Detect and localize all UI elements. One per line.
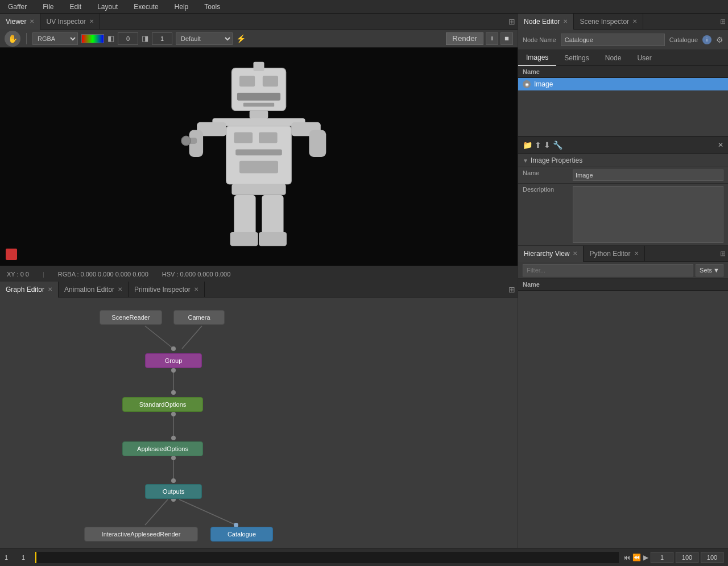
timeline-start-frame: 1 xyxy=(0,554,17,561)
svg-rect-5 xyxy=(243,102,274,106)
node-editor-header: Node Editor ✕ Scene Inspector ✕ ⊞ xyxy=(518,14,728,30)
main-area: Viewer ✕ UV Inspector ✕ ⊞ ✋ RGBA ◧ xyxy=(0,14,728,548)
hierarchy-col-header: Name xyxy=(518,279,728,291)
exposure-input[interactable] xyxy=(118,32,138,45)
timeline-bar[interactable] xyxy=(34,552,619,563)
render-button[interactable]: Render xyxy=(446,32,483,45)
timeline-frame-input[interactable] xyxy=(651,552,673,563)
lightning-icon: ⚡ xyxy=(236,34,246,43)
red-indicator xyxy=(6,249,17,260)
tab-node-editor[interactable]: Node Editor ✕ xyxy=(518,14,574,30)
uv-inspector-tab-close[interactable]: ✕ xyxy=(89,18,94,24)
graph-canvas[interactable]: SceneReader Camera Group StandardOptions… xyxy=(0,298,518,548)
graph-editor-tab-close[interactable]: ✕ xyxy=(48,286,52,292)
timeline-ticks-svg xyxy=(34,552,619,563)
render-pause-btn[interactable]: ⏸ xyxy=(486,32,498,45)
viewer-tab-close[interactable]: ✕ xyxy=(30,18,34,24)
hand-tool-icon[interactable]: ✋ xyxy=(5,31,20,47)
timeline-play-forward-btn[interactable]: ▶ xyxy=(643,553,648,561)
props-tool-1[interactable]: 📁 xyxy=(523,141,532,150)
props-description-label: Description xyxy=(523,186,568,193)
menu-execute[interactable]: Execute xyxy=(130,2,162,12)
menu-tools[interactable]: Tools xyxy=(201,2,224,12)
timeline-total-frames-input[interactable] xyxy=(701,552,723,563)
props-description-input[interactable] xyxy=(573,186,723,243)
node-gear-icon[interactable]: ⚙ xyxy=(716,35,723,44)
image-list-item-icon: ◉ xyxy=(523,80,531,88)
graph-editor-grid-icon[interactable]: ⊞ xyxy=(508,285,515,294)
viewer-tab-bar-end: ⊞ xyxy=(508,17,518,26)
channel-select[interactable]: RGBA xyxy=(32,32,78,45)
node-editor-tab-close[interactable]: ✕ xyxy=(563,18,568,24)
props-tool-4[interactable]: 🔧 xyxy=(553,141,562,150)
svg-rect-7 xyxy=(212,118,305,126)
image-list-item-0[interactable]: ◉ Image xyxy=(518,78,728,90)
svg-point-34 xyxy=(171,412,176,416)
tab-graph-editor[interactable]: Graph Editor ✕ xyxy=(0,282,59,298)
properties-close-btn[interactable]: ✕ xyxy=(718,141,723,149)
primitive-inspector-tab-close[interactable]: ✕ xyxy=(194,286,198,292)
tab-viewer[interactable]: Viewer ✕ xyxy=(0,14,40,30)
hierarchy-tab-close[interactable]: ✕ xyxy=(573,250,577,257)
node-camera[interactable]: Camera xyxy=(173,310,225,325)
gamma-input[interactable] xyxy=(152,32,172,45)
svg-point-35 xyxy=(171,436,176,440)
svg-point-36 xyxy=(171,456,176,460)
properties-toolbar: 📁 ⬆ ⬇ 🔧 ✕ xyxy=(518,136,728,154)
sets-dropdown-arrow: ▼ xyxy=(713,267,719,274)
node-catalogue[interactable]: Catalogue xyxy=(210,527,273,542)
timeline-end-frame-input[interactable] xyxy=(676,552,698,563)
timeline-skip-back-btn[interactable]: ⏮ xyxy=(623,553,630,561)
node-name-input[interactable] xyxy=(561,34,665,46)
viewer-grid-icon[interactable]: ⊞ xyxy=(508,17,515,26)
props-name-input[interactable] xyxy=(573,170,723,181)
tab-primitive-inspector[interactable]: Primitive Inspector ✕ xyxy=(129,282,205,298)
menu-bar: Gaffer File Edit Layout Execute Help Too… xyxy=(0,0,728,14)
tab-images[interactable]: Images xyxy=(518,50,556,66)
menu-help[interactable]: Help xyxy=(171,2,192,12)
svg-rect-12 xyxy=(239,160,278,173)
render-stop-btn[interactable]: ⏹ xyxy=(500,32,513,45)
tab-python-editor[interactable]: Python Editor ✕ xyxy=(584,246,644,262)
tab-uv-inspector[interactable]: UV Inspector ✕ xyxy=(40,14,100,30)
tab-node[interactable]: Node xyxy=(597,50,630,66)
node-editor-layout-icon[interactable]: ⊞ xyxy=(720,18,726,26)
tab-scene-inspector[interactable]: Scene Inspector ✕ xyxy=(574,14,643,30)
animation-editor-tab-close[interactable]: ✕ xyxy=(118,286,122,292)
image-properties-header: ▼ Image Properties xyxy=(518,154,728,167)
hsv-status: HSV : 0.000 0.000 0.000 xyxy=(162,271,230,278)
menu-file[interactable]: File xyxy=(39,2,57,12)
svg-rect-22 xyxy=(262,195,283,237)
menu-layout[interactable]: Layout xyxy=(94,2,121,12)
node-group[interactable]: Group xyxy=(145,353,202,368)
gamma-icon: ◨ xyxy=(142,34,148,43)
hierarchy-layout-icon[interactable]: ⊞ xyxy=(720,250,726,258)
props-tool-2[interactable]: ⬆ xyxy=(535,141,541,150)
svg-rect-20 xyxy=(234,195,255,237)
node-outputs[interactable]: Outputs xyxy=(145,484,202,499)
hierarchy-filter-input[interactable] xyxy=(523,264,693,276)
viewer-tab-bar: Viewer ✕ UV Inspector ✕ ⊞ xyxy=(0,14,518,30)
tab-user[interactable]: User xyxy=(629,50,659,66)
svg-line-30 xyxy=(179,499,236,525)
scene-inspector-tab-close[interactable]: ✕ xyxy=(632,18,637,24)
image-list-item-label: Image xyxy=(534,80,553,88)
sets-dropdown-btn[interactable]: Sets ▼ xyxy=(696,264,723,276)
props-tool-3[interactable]: ⬇ xyxy=(544,141,551,150)
python-editor-tab-close[interactable]: ✕ xyxy=(634,250,639,257)
node-scene-reader[interactable]: SceneReader xyxy=(100,310,162,325)
color-profile-select[interactable]: Default xyxy=(176,32,233,45)
node-appleseed-options[interactable]: AppleseedOptions xyxy=(122,441,203,456)
svg-rect-19 xyxy=(231,184,286,195)
node-interactive-render[interactable]: InteractiveAppleseedRender xyxy=(84,527,198,542)
props-name-row: Name xyxy=(518,167,728,184)
tab-settings[interactable]: Settings xyxy=(556,50,597,66)
menu-edit[interactable]: Edit xyxy=(66,2,85,12)
timeline-play-back-btn[interactable]: ⏪ xyxy=(632,553,641,561)
tab-animation-editor[interactable]: Animation Editor ✕ xyxy=(59,282,129,298)
tab-hierarchy-view[interactable]: Hierarchy View ✕ xyxy=(518,246,584,262)
node-info-icon[interactable]: i xyxy=(702,35,712,44)
node-standard-options[interactable]: StandardOptions xyxy=(122,397,203,412)
menu-gaffer[interactable]: Gaffer xyxy=(5,2,30,12)
right-panel: Node Editor ✕ Scene Inspector ✕ ⊞ Node N… xyxy=(518,14,728,548)
